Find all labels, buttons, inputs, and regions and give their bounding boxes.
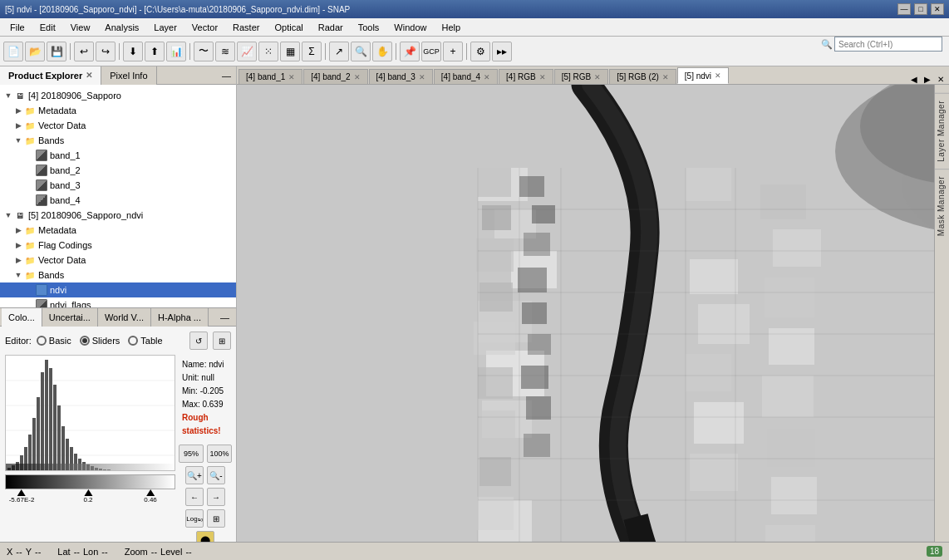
pan-button[interactable]: ✋ <box>372 42 392 61</box>
sidebar-layer-manager[interactable]: Layer Manager <box>935 93 950 169</box>
menu-item-file[interactable]: File <box>3 21 32 34</box>
tree-item-metadata1[interactable]: ▶ 📁 Metadata <box>0 103 236 118</box>
scatter-button[interactable]: ⁙ <box>258 42 278 61</box>
settings-button[interactable]: ⚙ <box>470 42 490 61</box>
tree-item-root2[interactable]: ▼ 🖥 [5] 20180906_Sapporo_ndvi <box>0 208 236 223</box>
tab-band4-close[interactable]: ✕ <box>484 73 490 81</box>
tree-item-bands1[interactable]: ▼ 📁 Bands <box>0 133 236 148</box>
tree-item-band3[interactable]: band_3 <box>0 178 236 193</box>
new-button[interactable]: 📄 <box>3 42 23 61</box>
tab-band3-close[interactable]: ✕ <box>419 73 425 81</box>
plus-button[interactable]: + <box>443 42 463 61</box>
tree-item-ndvi[interactable]: ndvi <box>0 282 236 297</box>
tree-item-flagcodings[interactable]: ▶ 📁 Flag Codings <box>0 238 236 253</box>
tree-item-band2[interactable]: band_2 <box>0 163 236 178</box>
tree-item-bands2[interactable]: ▼ 📁 Bands <box>0 268 236 282</box>
tab-rgb5-close[interactable]: ✕ <box>594 73 601 81</box>
hist-button[interactable]: ▦ <box>280 42 300 61</box>
cursor-button[interactable]: ↗ <box>329 42 349 61</box>
tree-item-metadata2[interactable]: ▶ 📁 Metadata <box>0 223 236 238</box>
spectrum-button[interactable]: ≋ <box>215 42 235 61</box>
tab-band1-close[interactable]: ✕ <box>288 73 295 81</box>
menu-item-help[interactable]: Help <box>435 21 467 34</box>
tab-uncertainty[interactable]: Uncertai... <box>42 308 98 327</box>
move-right-button[interactable]: → <box>207 488 225 506</box>
sum-button[interactable]: Σ <box>302 42 322 61</box>
menu-item-view[interactable]: View <box>64 21 97 34</box>
menu-item-raster[interactable]: Raster <box>226 21 266 34</box>
tab-close-all[interactable]: ✕ <box>934 75 947 84</box>
radio-table[interactable]: Table <box>128 336 162 346</box>
export-button[interactable]: ⬆ <box>145 42 165 61</box>
tree-item-vectordata2[interactable]: ▶ 📁 Vector Data <box>0 253 236 268</box>
tab-h-alpha[interactable]: H-Alpha ... <box>151 308 209 327</box>
tab-band4-img[interactable]: [4] band_4 ✕ <box>434 69 498 84</box>
pct-100-button[interactable]: 100% <box>207 445 232 463</box>
zoom-in-button[interactable]: 🔍+ <box>185 466 204 484</box>
zoom-button[interactable]: 🔍 <box>351 42 371 61</box>
menu-item-vector[interactable]: Vector <box>185 21 224 34</box>
tree-item-ndviflags[interactable]: ndvi_flags <box>0 297 236 307</box>
tab-rgb5-2-img[interactable]: [5] RGB (2) ✕ <box>609 69 676 84</box>
import-colormap-button[interactable]: ⊞ <box>213 332 231 350</box>
radio-basic[interactable]: Basic <box>37 336 71 346</box>
open-button[interactable]: 📂 <box>25 42 45 61</box>
chart-button[interactable]: 📊 <box>166 42 186 61</box>
pin-button[interactable]: 📌 <box>400 42 420 61</box>
explorer-panel-close[interactable]: — <box>217 69 236 82</box>
tab-world-view[interactable]: World V... <box>98 308 151 327</box>
radio-sliders[interactable]: Sliders <box>80 336 120 346</box>
bottom-panel-close[interactable]: — <box>215 312 234 322</box>
tree-item-band4[interactable]: band_4 <box>0 193 236 208</box>
tab-product-explorer[interactable]: Product Explorer ✕ <box>0 66 101 85</box>
undo-button[interactable]: ↩ <box>74 42 94 61</box>
maximize-button[interactable]: □ <box>914 3 927 15</box>
redo-button[interactable]: ↪ <box>96 42 116 61</box>
tab-scroll-left[interactable]: ◀ <box>907 75 921 84</box>
tab-rgb4-img[interactable]: [4] RGB ✕ <box>499 69 553 84</box>
menu-item-radar[interactable]: Radar <box>312 21 350 34</box>
radio-basic-dot <box>37 336 47 346</box>
menu-item-edit[interactable]: Edit <box>33 21 62 34</box>
tab-band1-img[interactable]: [4] band_1 ✕ <box>238 69 302 84</box>
tab-band2-close[interactable]: ✕ <box>354 73 361 81</box>
graph-button[interactable]: 📈 <box>237 42 257 61</box>
more-button[interactable]: ▸▸ <box>492 42 512 61</box>
save-button[interactable]: 💾 <box>47 42 66 61</box>
tab-band2-img[interactable]: [4] band_2 ✕ <box>303 69 367 84</box>
minimize-button[interactable]: — <box>897 3 911 15</box>
reset-button[interactable]: ↺ <box>189 332 208 350</box>
tab-rgb4-close[interactable]: ✕ <box>539 73 546 81</box>
import-button[interactable]: ⬇ <box>123 42 143 61</box>
tab-pixel-info[interactable]: Pixel Info <box>101 66 156 85</box>
search-input[interactable] <box>834 37 942 52</box>
zoom-out-button[interactable]: 🔍- <box>207 466 225 484</box>
menu-item-tools[interactable]: Tools <box>352 21 386 34</box>
menu-item-window[interactable]: Window <box>387 21 433 34</box>
menu-item-layer[interactable]: Layer <box>147 21 184 34</box>
move-left-button[interactable]: ← <box>185 488 204 506</box>
tree-item-band1[interactable]: band_1 <box>0 148 236 163</box>
tab-rgb5-2-close[interactable]: ✕ <box>662 73 669 81</box>
menu-item-optical[interactable]: Optical <box>268 21 309 34</box>
close-button[interactable]: ✕ <box>931 3 944 15</box>
sidebar-mask-manager[interactable]: Mask Manager <box>935 169 950 243</box>
log-button[interactable]: Log₁₀ <box>185 509 204 528</box>
tab-scroll-right[interactable]: ▶ <box>921 75 934 84</box>
grid-button[interactable]: ⊞ <box>207 509 225 528</box>
tab-rgb5-img[interactable]: [5] RGB ✕ <box>554 69 609 84</box>
gcp-button[interactable]: GCP <box>421 42 441 61</box>
pct-95-button[interactable]: 95% <box>179 445 204 463</box>
auto-button[interactable]: ⬤ <box>196 531 214 542</box>
image-container[interactable]: Layer Manager Mask Manager <box>237 85 949 542</box>
tab-color[interactable]: Colo... <box>2 308 42 327</box>
menu-item-analysis[interactable]: Analysis <box>98 21 145 34</box>
tree-item-vectordata1[interactable]: ▶ 📁 Vector Data <box>0 118 236 133</box>
tab-ndvi-img[interactable]: [5] ndvi ✕ <box>677 67 729 84</box>
tree-item-root1[interactable]: ▼ 🖥 [4] 20180906_Sapporo <box>0 88 236 103</box>
tab-ndvi-close[interactable]: ✕ <box>715 71 721 80</box>
product-explorer-close[interactable]: ✕ <box>86 71 92 80</box>
tree-arrow-root1: ▼ <box>3 91 13 100</box>
waveform-button[interactable]: 〜 <box>194 42 214 61</box>
tab-band3-img[interactable]: [4] band_3 ✕ <box>369 69 433 84</box>
